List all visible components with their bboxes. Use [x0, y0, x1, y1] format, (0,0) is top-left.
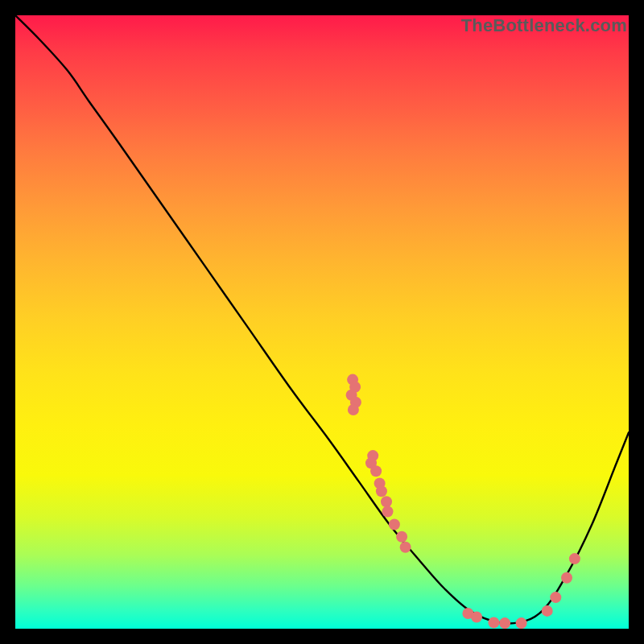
watermark-text: TheBottleneck.com [461, 15, 627, 36]
data-point [550, 592, 561, 603]
data-points-group [346, 374, 580, 629]
data-point [561, 572, 572, 584]
data-point [370, 465, 382, 477]
data-point [471, 612, 482, 623]
bottleneck-curve [15, 15, 629, 624]
data-point [396, 531, 407, 543]
data-point [499, 617, 510, 629]
data-point [542, 605, 553, 617]
chart-svg [15, 15, 629, 629]
data-point [382, 506, 394, 518]
data-point [348, 404, 359, 415]
data-point [376, 485, 387, 497]
data-point [400, 542, 411, 553]
data-point [389, 519, 400, 530]
chart-frame: TheBottleneck.com [15, 15, 629, 629]
data-point [569, 553, 580, 564]
data-point [381, 496, 392, 507]
data-point [516, 617, 527, 629]
data-point [488, 617, 499, 628]
